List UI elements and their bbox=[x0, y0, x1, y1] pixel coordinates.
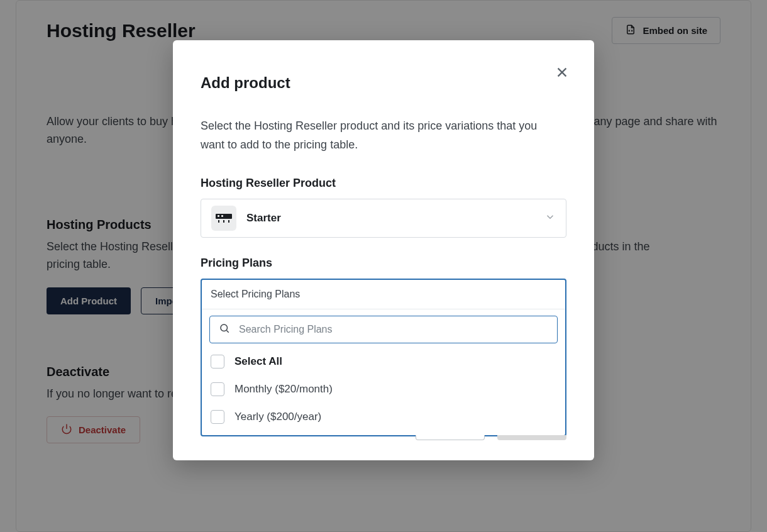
select-all-option[interactable]: Select All bbox=[211, 355, 558, 369]
page-root: Hosting Reseller Embed on site Allow you… bbox=[0, 0, 767, 532]
product-select[interactable]: Starter bbox=[201, 199, 566, 238]
pricing-option-yearly[interactable]: Yearly ($200/year) bbox=[211, 410, 558, 424]
pricing-option-label: Monthly ($20/month) bbox=[235, 383, 333, 396]
checkbox-icon[interactable] bbox=[211, 410, 224, 424]
chevron-down-icon bbox=[544, 211, 556, 225]
close-icon bbox=[555, 70, 569, 81]
modal-close-button[interactable] bbox=[555, 65, 569, 82]
pricing-plans-label: Pricing Plans bbox=[201, 257, 566, 270]
product-field-label: Hosting Reseller Product bbox=[201, 177, 566, 190]
pricing-plans-dropdown-body: Select All Monthly ($20/month) Yearly ($… bbox=[202, 309, 565, 435]
pricing-plans-select-header[interactable]: Select Pricing Plans bbox=[202, 280, 565, 309]
pricing-option-monthly[interactable]: Monthly ($20/month) bbox=[211, 382, 558, 396]
search-icon bbox=[219, 323, 230, 336]
svg-line-4 bbox=[226, 331, 228, 333]
pricing-plans-dropdown: Select Pricing Plans Select All bbox=[201, 279, 566, 436]
checkbox-icon[interactable] bbox=[211, 382, 224, 396]
svg-point-3 bbox=[221, 324, 228, 331]
pricing-plans-search[interactable] bbox=[209, 316, 558, 343]
modal-title: Add product bbox=[201, 74, 566, 92]
pricing-plans-field: Pricing Plans Select Pricing Plans bbox=[201, 257, 566, 436]
pricing-plans-search-input[interactable] bbox=[238, 323, 548, 336]
hosting-plan-icon bbox=[211, 206, 236, 231]
pricing-option-label: Yearly ($200/year) bbox=[235, 411, 321, 423]
checkbox-icon[interactable] bbox=[211, 355, 224, 369]
select-all-label: Select All bbox=[235, 355, 282, 368]
server-icon bbox=[216, 214, 232, 223]
selected-product-name: Starter bbox=[246, 212, 534, 224]
modal-desc: Select the Hosting Reseller product and … bbox=[201, 117, 553, 154]
pricing-plans-options: Select All Monthly ($20/month) Yearly ($… bbox=[209, 355, 558, 424]
modal-overlay[interactable]: Add product Select the Hosting Reseller … bbox=[0, 0, 767, 532]
add-product-modal: Add product Select the Hosting Reseller … bbox=[173, 40, 594, 460]
